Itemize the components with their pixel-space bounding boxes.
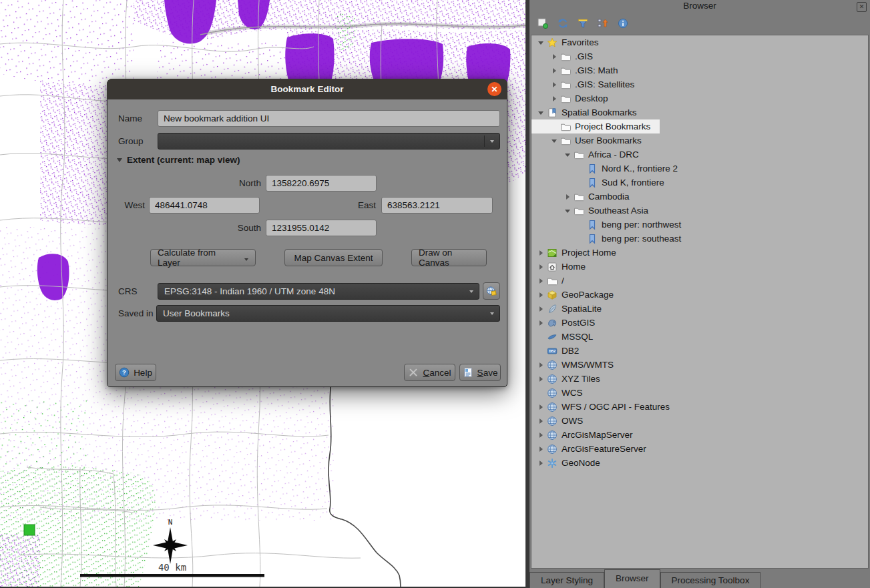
tree-item-mssql[interactable]: MSSQL <box>531 330 868 344</box>
tree-item-wcs[interactable]: WCS <box>531 386 868 400</box>
close-icon[interactable]: ✕ <box>487 82 501 96</box>
expand-arrow-icon[interactable] <box>537 372 545 386</box>
extent-section-header[interactable]: Extent (current: map view) <box>117 155 240 165</box>
south-input[interactable] <box>266 220 377 236</box>
postgis-icon <box>547 318 558 328</box>
tree-item-spatialite[interactable]: SpatiaLite <box>531 302 868 316</box>
expand-arrow-icon[interactable] <box>537 246 545 260</box>
tree-item-xyz-tiles[interactable]: XYZ Tiles <box>531 372 868 386</box>
collapse-arrow-icon[interactable] <box>564 204 572 218</box>
expand-arrow-icon[interactable] <box>550 77 558 91</box>
show-properties-button[interactable] <box>615 15 631 31</box>
tree-item-favorites[interactable]: Favorites <box>531 35 868 49</box>
collapse-all-button[interactable] <box>595 15 611 31</box>
tree-item-arcgismapserver[interactable]: ArcGisMapServer <box>531 428 868 442</box>
refresh-button[interactable] <box>555 15 571 31</box>
expand-arrow-icon[interactable] <box>537 358 545 372</box>
folder-icon <box>574 206 584 216</box>
tree-item-label: WFS / OGC API - Features <box>562 402 670 412</box>
tree-item-beng-per-southeast[interactable]: beng per: southeast <box>531 232 868 246</box>
tree-item-root[interactable]: / <box>531 274 868 288</box>
tree-item-spatial-bookmarks[interactable]: Spatial Bookmarks <box>531 105 868 119</box>
tree-item-wfs-ogc-api-features[interactable]: WFS / OGC API - Features <box>531 400 868 414</box>
tab-browser[interactable]: Browser <box>604 569 660 588</box>
west-input[interactable] <box>149 197 260 214</box>
expand-arrow-icon[interactable] <box>537 456 545 470</box>
tab-layer-styling[interactable]: Layer Styling <box>529 572 604 588</box>
tree-item-wms-wmts[interactable]: WMS/WMTS <box>531 358 868 372</box>
tree-item-geopackage[interactable]: GeoPackage <box>531 288 868 302</box>
tree-item-geonode[interactable]: GeoNode <box>531 456 868 470</box>
north-input[interactable] <box>266 175 377 192</box>
tree-item-cambodia[interactable]: Cambodia <box>531 190 868 204</box>
tree-item-gis-math[interactable]: .GIS: Math <box>531 63 868 77</box>
folder-icon <box>574 150 584 160</box>
help-button[interactable]: ? Help <box>115 364 156 381</box>
collapse-arrow-icon[interactable] <box>564 148 572 162</box>
save-button[interactable]: Save <box>459 364 501 381</box>
tree-item-beng-per-northwest[interactable]: beng per: northwest <box>531 218 868 232</box>
spatial-bookmarks-icon <box>547 107 558 118</box>
calculate-from-layer-button[interactable]: Calculate from Layer <box>150 249 256 266</box>
expand-arrow-icon[interactable] <box>537 414 545 428</box>
expand-arrow-icon[interactable] <box>564 190 572 204</box>
expand-arrow-icon[interactable] <box>537 260 545 274</box>
tree-item-nord-k-frontiere-2[interactable]: Nord K., frontiere 2 <box>531 162 868 176</box>
tab-processing-toolbox[interactable]: Processing Toolbox <box>660 572 761 588</box>
tree-item-label: SpatiaLite <box>562 304 602 314</box>
tree-item-label: Nord K., frontiere 2 <box>602 164 678 174</box>
panel-close-icon[interactable]: ✕ <box>857 2 867 12</box>
expand-arrow-icon[interactable] <box>537 288 545 302</box>
svg-text:40 km: 40 km <box>158 562 186 573</box>
east-input[interactable] <box>381 197 493 214</box>
bookmark-icon <box>587 234 598 244</box>
group-combo[interactable] <box>158 133 500 150</box>
tree-item-db2[interactable]: DB2 <box>531 344 868 358</box>
name-input[interactable] <box>158 110 500 127</box>
expand-arrow-icon[interactable] <box>537 428 545 442</box>
collapse-arrow-icon[interactable] <box>550 133 558 148</box>
tree-item-sud-k-frontiere[interactable]: Sud K, frontiere <box>531 176 868 190</box>
mssql-icon <box>547 332 558 342</box>
tree-item-ows[interactable]: OWS <box>531 414 868 428</box>
north-label: North <box>188 175 261 192</box>
select-crs-button[interactable] <box>483 282 500 300</box>
browser-tree: Favorites.GIS.GIS: Math.GIS: SatellitesD… <box>531 35 869 569</box>
expand-arrow-icon[interactable] <box>550 49 558 63</box>
draw-on-canvas-button[interactable]: Draw on Canvas <box>411 249 487 266</box>
tree-item-project-home[interactable]: Project Home <box>531 246 868 260</box>
dialog-titlebar[interactable]: Bookmark Editor ✕ <box>107 79 507 99</box>
tree-item-gis[interactable]: .GIS <box>531 49 868 63</box>
tree-item-arcgisfeatureserver[interactable]: ArcGisFeatureServer <box>531 442 868 456</box>
svg-text:?: ? <box>122 368 126 376</box>
expand-arrow-icon[interactable] <box>537 316 545 330</box>
expand-arrow-icon[interactable] <box>537 274 545 288</box>
collapse-arrow-icon[interactable] <box>537 105 545 119</box>
saved-in-combo[interactable]: User Bookmarks <box>156 305 500 322</box>
spatialite-icon <box>547 304 558 314</box>
collapse-arrow-icon[interactable] <box>537 35 545 49</box>
tree-item-user-bookmarks[interactable]: User Bookmarks <box>531 133 868 148</box>
crs-combo[interactable]: EPSG:3148 - Indian 1960 / UTM zone 48N <box>158 283 479 300</box>
panel-tabs: Layer StylingBrowserProcessing Toolbox <box>529 569 760 588</box>
tree-item-project-bookmarks[interactable]: Project Bookmarks <box>531 119 660 133</box>
tree-item-southeast-asia[interactable]: Southeast Asia <box>531 204 868 218</box>
expand-arrow-icon[interactable] <box>537 442 545 456</box>
tree-item-postgis[interactable]: PostGIS <box>531 316 868 330</box>
expand-arrow-icon[interactable] <box>537 400 545 414</box>
folder-icon <box>560 135 571 146</box>
filter-browser-button[interactable] <box>575 15 591 31</box>
tree-item-label: MSSQL <box>562 332 593 342</box>
tree-item-africa-drc[interactable]: Africa - DRC <box>531 148 868 162</box>
qgis-app: N 40 km Bookmark Editor ✕ Name Group <box>0 0 870 588</box>
expand-arrow-icon[interactable] <box>537 302 545 316</box>
expand-arrow-icon[interactable] <box>550 63 558 77</box>
cancel-button[interactable]: Cancel <box>404 364 455 381</box>
tree-item-home[interactable]: Home <box>531 260 868 274</box>
tree-item-desktop[interactable]: Desktop <box>531 91 868 105</box>
add-selected-layers-button[interactable] <box>535 15 551 31</box>
map-canvas-extent-button[interactable]: Map Canvas Extent <box>284 249 383 266</box>
tree-item-gis-satellites[interactable]: .GIS: Satellites <box>531 77 868 91</box>
expand-arrow-icon[interactable] <box>550 91 558 105</box>
group-label: Group <box>118 133 144 150</box>
